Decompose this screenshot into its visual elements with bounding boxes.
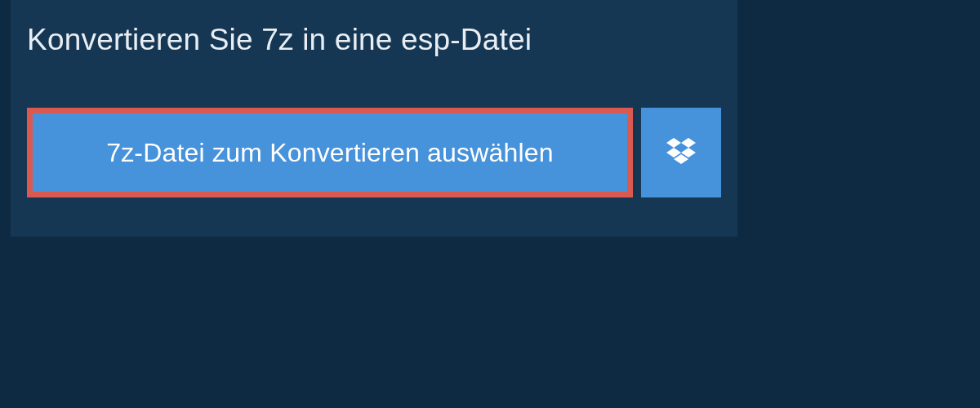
action-row: 7z-Datei zum Konvertieren auswählen <box>11 77 737 197</box>
select-file-button[interactable]: 7z-Datei zum Konvertieren auswählen <box>27 108 633 197</box>
dropbox-icon <box>666 138 696 167</box>
page-title: Konvertieren Sie 7z in eine esp-Datei <box>27 23 532 57</box>
select-file-label: 7z-Datei zum Konvertieren auswählen <box>106 138 554 168</box>
converter-panel: Konvertieren Sie 7z in eine esp-Datei 7z… <box>11 0 737 237</box>
title-container: Konvertieren Sie 7z in eine esp-Datei <box>11 0 556 77</box>
dropbox-button[interactable] <box>641 108 721 197</box>
